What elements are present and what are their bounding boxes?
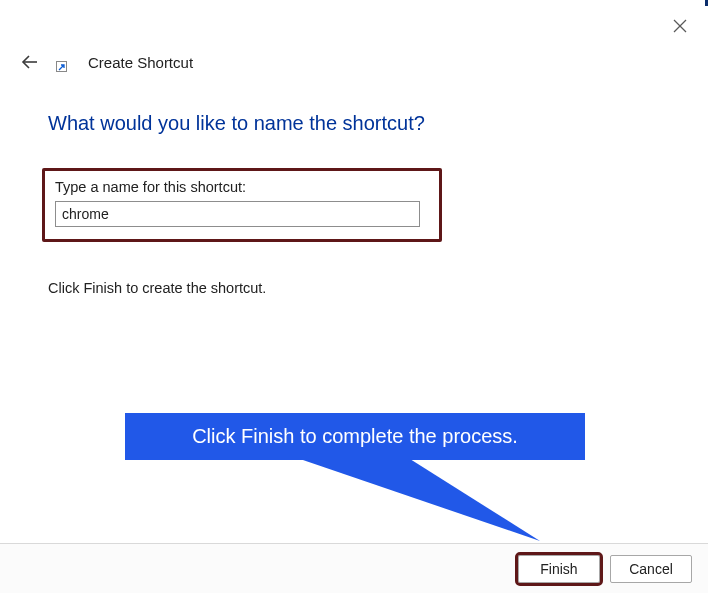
back-button[interactable] [18,50,42,74]
back-arrow-icon [21,53,39,71]
shortcut-icon [56,56,72,72]
wizard-button-bar: Finish Cancel [0,543,708,593]
shortcut-name-input[interactable] [55,201,420,227]
annotation-callout: Click Finish to complete the process. [125,413,585,460]
name-field-highlight: Type a name for this shortcut: [42,168,442,242]
name-field-label: Type a name for this shortcut: [55,179,429,195]
wizard-question: What would you like to name the shortcut… [48,112,425,135]
close-icon [673,19,687,33]
cancel-button[interactable]: Cancel [610,555,692,583]
finish-button[interactable]: Finish [518,555,600,583]
wizard-instruction: Click Finish to create the shortcut. [48,280,266,296]
close-button[interactable] [666,12,694,40]
create-shortcut-wizard: Create Shortcut What would you like to n… [0,0,708,593]
annotation-text: Click Finish to complete the process. [192,425,518,448]
svg-marker-3 [300,459,540,541]
wizard-header: Create Shortcut [18,50,193,74]
wizard-title: Create Shortcut [88,54,193,71]
